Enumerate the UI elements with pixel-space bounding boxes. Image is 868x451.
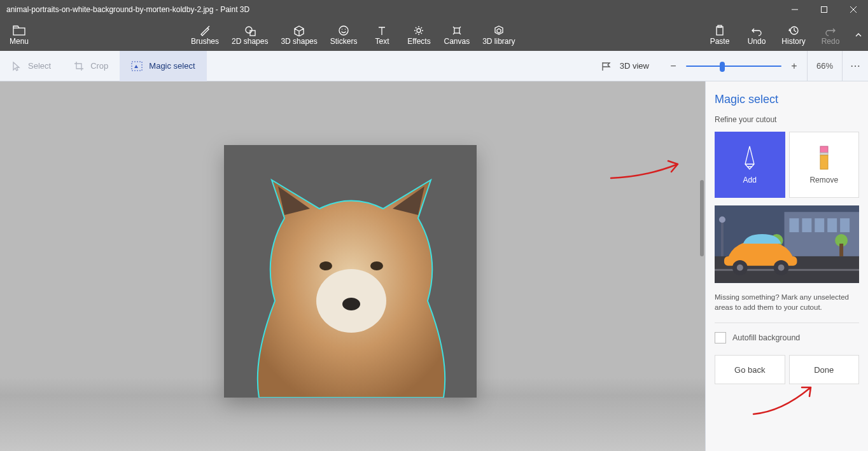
text-button[interactable]: Text xyxy=(363,19,400,51)
maximize-button[interactable] xyxy=(809,0,839,19)
brushes-button[interactable]: Brushes xyxy=(185,19,225,51)
svg-rect-1 xyxy=(822,7,827,13)
svg-point-16 xyxy=(319,261,332,270)
side-panel: Magic select Refine your cutout Add Remo… xyxy=(705,81,868,451)
slider-thumb[interactable] xyxy=(720,62,725,72)
3d-shapes-label: 3D shapes xyxy=(281,37,317,46)
svg-rect-34 xyxy=(721,221,724,256)
zoom-in-button[interactable]: + xyxy=(781,51,807,81)
zoom-slider[interactable] xyxy=(686,51,781,81)
svg-rect-26 xyxy=(827,218,837,232)
menu-button[interactable]: Menu xyxy=(0,19,38,51)
canvas-image[interactable] xyxy=(224,145,477,398)
svg-rect-33 xyxy=(839,244,843,256)
crop-tool[interactable]: Crop xyxy=(62,51,120,81)
undo-label: Undo xyxy=(748,37,766,46)
redo-button[interactable]: Redo xyxy=(812,19,849,51)
canvas-area[interactable] xyxy=(0,81,705,451)
panel-buttons: Go back Done xyxy=(715,355,859,384)
menu-label: Menu xyxy=(10,37,29,46)
minimize-button[interactable] xyxy=(780,0,809,19)
3d-shapes-button[interactable]: 3D shapes xyxy=(274,19,323,51)
undo-button[interactable]: Undo xyxy=(738,19,775,51)
history-icon xyxy=(788,24,799,37)
svg-rect-18 xyxy=(820,146,828,153)
svg-rect-24 xyxy=(802,218,811,232)
vertical-scrollbar[interactable] xyxy=(700,180,704,256)
more-options-button[interactable]: ⋯ xyxy=(843,51,868,81)
fox-selection-outline xyxy=(246,174,456,398)
window-title: animal-portraits-on-white-background-by-… xyxy=(6,5,249,14)
paste-button[interactable]: Paste xyxy=(701,19,738,51)
library3d-icon xyxy=(493,24,505,37)
history-label: History xyxy=(781,37,805,46)
3d-library-label: 3D library xyxy=(482,37,515,46)
svg-rect-19 xyxy=(820,153,828,155)
2d-shapes-button[interactable]: 2D shapes xyxy=(225,19,274,51)
done-label: Done xyxy=(814,365,834,375)
svg-point-17 xyxy=(370,261,383,270)
autofill-checkbox[interactable] xyxy=(715,332,726,343)
add-tab[interactable]: Add xyxy=(715,132,785,198)
svg-point-8 xyxy=(417,29,421,32)
stickers-label: Stickers xyxy=(330,37,358,46)
expand-ribbon-button[interactable] xyxy=(849,19,868,51)
svg-point-35 xyxy=(719,216,725,223)
svg-point-38 xyxy=(737,265,743,271)
remove-tab[interactable]: Remove xyxy=(789,132,860,198)
panel-refine-label: Refine your cutout xyxy=(715,115,859,124)
svg-point-7 xyxy=(339,26,348,35)
effects-icon xyxy=(413,24,424,37)
ribbon: Menu Brushes 2D shapes 3D shapes Sticker… xyxy=(0,19,868,51)
3d-view-toggle[interactable]: 3D view xyxy=(589,51,661,81)
svg-rect-27 xyxy=(840,218,850,232)
svg-point-5 xyxy=(246,27,252,33)
stickers-button[interactable]: Stickers xyxy=(324,19,364,51)
history-button[interactable]: History xyxy=(775,19,812,51)
done-button[interactable]: Done xyxy=(789,355,860,384)
go-back-button[interactable]: Go back xyxy=(715,355,785,384)
2d-shapes-label: 2D shapes xyxy=(232,37,268,46)
autofill-row: Autofill background xyxy=(715,332,859,343)
sticker-icon xyxy=(338,24,349,37)
help-text: Missing something? Mark any unselected a… xyxy=(715,292,859,312)
close-button[interactable] xyxy=(839,0,868,19)
canvas-button[interactable]: Canvas xyxy=(437,19,476,51)
text-label: Text xyxy=(375,37,389,46)
title-bar: animal-portraits-on-white-background-by-… xyxy=(0,0,868,19)
svg-rect-4 xyxy=(13,28,25,35)
svg-rect-6 xyxy=(250,31,255,36)
effects-button[interactable]: Effects xyxy=(400,19,437,51)
svg-rect-20 xyxy=(820,155,828,169)
remove-label: Remove xyxy=(809,176,838,184)
effects-label: Effects xyxy=(407,37,430,46)
annotation-arrow-bottom xyxy=(747,381,823,419)
svg-rect-10 xyxy=(717,27,723,35)
refine-tabs: Add Remove xyxy=(715,132,859,198)
zoom-out-button[interactable]: − xyxy=(661,51,686,81)
brush-icon xyxy=(199,24,211,37)
3d-library-button[interactable]: 3D library xyxy=(476,19,521,51)
svg-point-15 xyxy=(342,298,360,310)
cursor-icon xyxy=(11,61,22,71)
3d-view-label: 3D view xyxy=(620,61,649,71)
redo-icon xyxy=(825,24,836,37)
brushes-label: Brushes xyxy=(191,37,219,46)
autofill-label: Autofill background xyxy=(732,333,800,342)
shapes3d-icon xyxy=(293,24,305,37)
folder-icon xyxy=(13,24,25,37)
text-icon xyxy=(376,24,388,37)
eraser-icon xyxy=(816,145,832,170)
window-controls xyxy=(780,0,868,19)
crop-icon xyxy=(74,61,84,71)
toolbar: Select Crop Magic select 3D view − + 66%… xyxy=(0,51,868,81)
magic-select-tool[interactable]: Magic select xyxy=(120,51,206,81)
zoom-value: 66% xyxy=(807,51,843,81)
svg-rect-9 xyxy=(454,28,459,33)
slider-track xyxy=(686,66,781,67)
magic-select-icon xyxy=(131,61,143,71)
paste-label: Paste xyxy=(710,37,730,46)
add-label: Add xyxy=(743,176,757,184)
preview-thumbnail xyxy=(715,205,859,283)
select-tool[interactable]: Select xyxy=(0,51,62,81)
